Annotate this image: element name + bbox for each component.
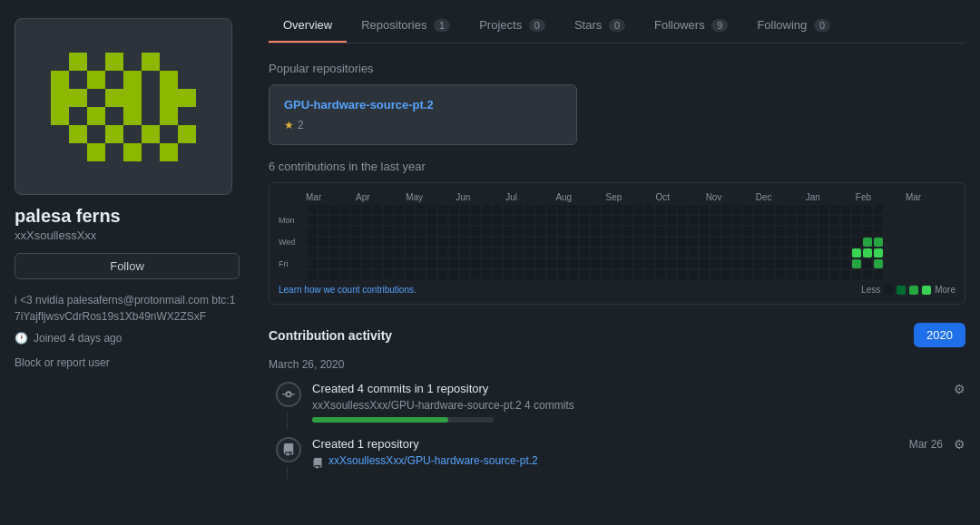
contrib-cell — [416, 227, 426, 236]
commits-description: Created 4 commits in 1 repository — [312, 382, 574, 395]
contrib-cell — [482, 216, 491, 225]
contrib-cell — [808, 216, 818, 225]
svg-rect-1 — [69, 53, 87, 71]
activity-header: Contribution activity 2020 — [269, 323, 965, 347]
contrib-cell — [863, 248, 872, 258]
tab-repositories[interactable]: Repositories 1 — [347, 11, 465, 43]
contrib-cell — [830, 248, 839, 258]
bio-section: i <3 nvidia palesaferns@protonmail.com b… — [15, 292, 240, 325]
contrib-cell — [645, 270, 654, 279]
repo-name[interactable]: GPU-hardware-source-pt.2 — [284, 98, 562, 112]
avatar — [15, 18, 232, 195]
contrib-cell — [700, 270, 709, 279]
contrib-cell — [776, 227, 785, 236]
contrib-cell — [852, 205, 861, 214]
contrib-cell — [580, 216, 589, 225]
day-fri: Fri — [279, 259, 304, 268]
contrib-cell — [700, 227, 709, 236]
star-count: 2 — [298, 119, 304, 131]
contrib-cell — [536, 248, 545, 258]
contrib-cell — [471, 216, 480, 225]
contrib-cell — [558, 227, 567, 236]
contrib-cell — [743, 270, 752, 279]
contrib-cell — [667, 270, 676, 279]
contrib-cell — [406, 205, 415, 214]
contrib-cell — [808, 205, 818, 214]
svg-rect-22 — [142, 125, 160, 143]
contrib-cell — [623, 216, 632, 225]
contrib-cell — [471, 227, 480, 236]
contrib-cell — [776, 205, 785, 214]
contrib-cell — [689, 238, 698, 247]
svg-rect-23 — [178, 125, 196, 143]
tab-projects[interactable]: Projects 0 — [465, 11, 560, 43]
contrib-cell — [438, 238, 447, 247]
contrib-cell — [460, 259, 469, 268]
svg-rect-9 — [69, 89, 87, 107]
contrib-cell — [340, 270, 349, 279]
contrib-cell — [547, 270, 556, 279]
contrib-cell — [830, 205, 839, 214]
contrib-cell — [373, 259, 382, 268]
tab-stars[interactable]: Stars 0 — [560, 11, 640, 43]
contrib-cell — [340, 227, 349, 236]
created-repo-link[interactable]: xxXsoullessXxx/GPU-hardware-source-pt.2 — [328, 454, 538, 467]
svg-rect-4 — [51, 71, 69, 89]
svg-rect-15 — [178, 89, 196, 107]
contrib-cell — [514, 238, 524, 247]
contrib-cell — [504, 238, 513, 247]
follow-button[interactable]: Follow — [15, 253, 240, 279]
contrib-cell — [765, 259, 774, 268]
contrib-cell — [830, 227, 839, 236]
contrib-cell — [721, 205, 730, 214]
contrib-cell — [787, 248, 796, 258]
contrib-cell — [416, 248, 426, 258]
contrib-cell — [808, 227, 818, 236]
contrib-cell — [819, 259, 828, 268]
contrib-cell — [808, 259, 818, 268]
tab-following[interactable]: Following 0 — [742, 11, 845, 43]
contrib-cell — [329, 205, 338, 214]
tab-overview[interactable]: Overview — [269, 11, 347, 43]
tab-followers[interactable]: Followers 9 — [640, 11, 742, 43]
main-content: Overview Repositories 1 Projects 0 Stars… — [254, 0, 980, 525]
contrib-cell — [406, 227, 415, 236]
contrib-cell — [449, 205, 458, 214]
contrib-cell — [471, 238, 480, 247]
contrib-cell — [482, 205, 491, 214]
contrib-cell — [602, 238, 611, 247]
contrib-cell — [514, 216, 524, 225]
contrib-cell — [602, 227, 611, 236]
block-report-link[interactable]: Block or report user — [15, 356, 110, 369]
sparkle-icon-1[interactable]: ⚙ — [954, 382, 965, 396]
contrib-cell — [874, 238, 883, 247]
contrib-cell — [351, 238, 360, 247]
month-jun: Jun — [456, 192, 505, 202]
learn-contributions-link[interactable]: Learn how we count contributions. — [279, 285, 416, 295]
contrib-cell — [612, 270, 622, 279]
contrib-cell — [438, 248, 447, 258]
activity-repo-content: Created 1 repository xxXsoullessXxx/GPU-… — [312, 437, 965, 472]
contrib-cell — [471, 205, 480, 214]
contrib-cell — [416, 238, 426, 247]
day-sun — [279, 205, 304, 214]
year-filter-button[interactable]: 2020 — [914, 323, 965, 347]
contrib-cell — [678, 227, 687, 236]
commits-repo-link[interactable]: xxXsoullessXxx/GPU-hardware-source-pt.2 … — [312, 399, 574, 412]
contrib-cell — [689, 216, 698, 225]
contrib-cell — [754, 248, 763, 258]
contrib-cell — [656, 270, 665, 279]
contrib-cell — [612, 205, 622, 214]
contrib-cell — [591, 227, 600, 236]
contrib-cell — [569, 205, 578, 214]
contrib-cell — [569, 238, 578, 247]
contrib-cell — [808, 248, 818, 258]
sparkle-icon-2[interactable]: ⚙ — [954, 437, 965, 452]
contrib-cell — [558, 238, 567, 247]
contrib-cell — [776, 259, 785, 268]
month-mar1: Mar — [306, 192, 356, 202]
activity-commits-desc: Created 4 commits in 1 repository xxXsou… — [312, 382, 574, 423]
contrib-cell — [732, 270, 741, 279]
contrib-cell — [373, 216, 382, 225]
contrib-cell — [819, 205, 828, 214]
